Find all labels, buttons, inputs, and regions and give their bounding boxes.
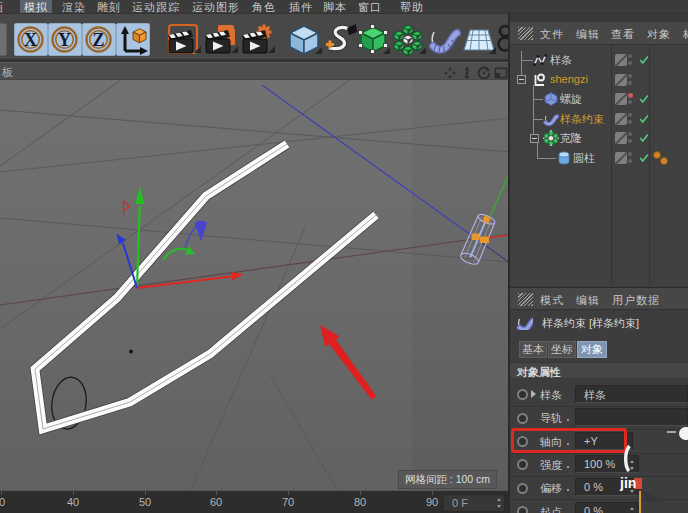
drag-handle-icon[interactable]	[518, 27, 533, 40]
editor-visibility-dot[interactable]	[628, 113, 632, 117]
keyframe-circle[interactable]	[517, 506, 528, 513]
render-picture-viewer-button[interactable]	[202, 23, 239, 56]
tab-coordinates[interactable]: 坐标	[548, 341, 576, 358]
collapse-box[interactable]	[517, 75, 526, 84]
om-menu-view[interactable]: 查看	[611, 27, 635, 42]
editor-visibility-dot[interactable]	[628, 152, 632, 156]
collapse-box[interactable]	[530, 134, 539, 143]
partial-left-button[interactable]	[0, 23, 7, 56]
start-spinner[interactable]	[629, 505, 636, 513]
cylinder-handle-2	[480, 237, 490, 244]
am-menu-userdata[interactable]: 用户数据	[612, 293, 660, 308]
param-label: 样条	[540, 388, 562, 403]
om-menu-file[interactable]: 文件	[540, 27, 564, 42]
menu-mograph[interactable]: 运动图形	[192, 0, 240, 14]
layer-toggle[interactable]	[615, 54, 627, 66]
menu-character[interactable]: 角色	[252, 0, 276, 14]
rope-object[interactable]	[35, 144, 376, 429]
enabled-check-icon[interactable]	[638, 132, 650, 144]
tab-basic[interactable]: 基本	[519, 341, 547, 358]
coordinate-system-button[interactable]	[116, 23, 150, 56]
clapperboard	[242, 30, 267, 53]
add-cube-button[interactable]	[287, 23, 322, 56]
editor-visibility-dot-red[interactable]	[628, 93, 634, 99]
viewport-menu-panel[interactable]: 板	[2, 65, 13, 80]
enabled-check-icon[interactable]	[638, 152, 650, 164]
am-menu-mode[interactable]: 模式	[540, 293, 564, 308]
floor-object-button[interactable]	[462, 23, 496, 56]
om-row-spline[interactable]: 样条	[510, 50, 688, 70]
keyframe-circle[interactable]	[517, 459, 528, 470]
toggle-view-icon[interactable]	[494, 66, 508, 80]
spline-icon	[532, 52, 548, 68]
om-row-cylinder[interactable]: 圆柱	[510, 148, 688, 168]
keyframe-circle[interactable]	[517, 483, 528, 494]
enabled-check-icon[interactable]	[638, 113, 650, 125]
viewport-3d[interactable]: 网格间距 : 100 cm	[0, 80, 510, 490]
zoom-icon[interactable]	[460, 66, 474, 80]
render-visibility-dot[interactable]	[628, 81, 632, 85]
om-menu-edit[interactable]: 编辑	[576, 27, 600, 42]
panel-top-strip	[510, 14, 688, 22]
menu-window[interactable]: 窗口	[358, 0, 382, 14]
render-visibility-dot[interactable]	[628, 61, 632, 65]
menu-sculpt[interactable]: 雕刻	[97, 0, 121, 14]
lock-x-axis-button[interactable]: X	[14, 23, 48, 56]
menu-motion-tracker[interactable]: 运动跟踪	[132, 0, 180, 14]
subdivision-surface-button[interactable]	[356, 23, 390, 56]
draw-spline-button[interactable]	[323, 23, 357, 56]
enabled-check-icon[interactable]	[638, 54, 650, 66]
frame-spinner[interactable]	[496, 496, 503, 510]
render-visibility-dot[interactable]	[628, 159, 632, 163]
render-settings-button[interactable]	[239, 23, 276, 56]
menu-simulate[interactable]: 模拟	[20, 0, 52, 14]
am-menu-edit[interactable]: 编辑	[576, 293, 600, 308]
render-visibility-dot[interactable]	[628, 100, 632, 104]
menu-plugins[interactable]: 插件	[289, 0, 313, 14]
om-row-cloner[interactable]: 克隆	[510, 128, 688, 148]
expand-arrow-icon[interactable]	[531, 390, 536, 398]
layer-toggle[interactable]	[615, 74, 627, 86]
rail-link-field[interactable]	[575, 408, 688, 426]
editor-visibility-dot[interactable]	[628, 132, 632, 136]
render-view-button[interactable]	[165, 23, 202, 56]
menu-help[interactable]: 帮助	[400, 0, 424, 14]
editor-visibility-dot[interactable]	[628, 54, 632, 58]
layer-toggle[interactable]	[615, 113, 627, 125]
layer-toggle[interactable]	[615, 93, 627, 105]
tick-70: 70	[273, 496, 303, 508]
cylinder-object[interactable]	[459, 172, 510, 267]
render-visibility-dot[interactable]	[628, 120, 632, 124]
tab-object[interactable]: 对象	[577, 341, 607, 358]
om-menu-tags[interactable]: 标签	[683, 27, 688, 42]
layer-toggle[interactable]	[615, 152, 627, 164]
ruler-tick	[73, 491, 74, 495]
timeline-ruler[interactable]: 30 40 50 60 70 80 90 0 F	[0, 490, 510, 513]
start-field[interactable]: 0 %	[575, 502, 639, 513]
spline-wrap-button[interactable]	[427, 23, 461, 56]
editor-visibility-dot[interactable]	[628, 74, 632, 78]
keyframe-circle[interactable]	[517, 389, 528, 400]
grid-spacing-label: 网格间距 : 100 cm	[398, 470, 497, 489]
pan-icon[interactable]	[443, 66, 457, 80]
array-cloner-button[interactable]	[391, 23, 426, 56]
layer-toggle[interactable]	[615, 132, 627, 144]
tag-icon-2[interactable]	[660, 157, 668, 165]
menu-script[interactable]: 脚本	[323, 0, 347, 14]
keyframe-circle[interactable]	[517, 413, 528, 424]
current-frame-field[interactable]: 0 F	[443, 494, 505, 512]
lock-z-axis-button[interactable]: Z	[82, 23, 116, 56]
om-row-spline-wrap[interactable]: 样条约束	[510, 109, 688, 129]
lock-y-axis-button[interactable]: Y	[48, 23, 82, 56]
enabled-check-icon[interactable]	[638, 93, 650, 105]
menu-animation[interactable]: 画	[0, 0, 4, 14]
drag-handle-icon[interactable]	[518, 293, 533, 306]
om-menu-object[interactable]: 对象	[647, 27, 671, 42]
spline-link-field[interactable]: 样条	[575, 385, 688, 403]
menu-render[interactable]: 渲染	[62, 0, 86, 14]
render-visibility-dot[interactable]	[628, 139, 632, 143]
om-row-helix[interactable]: 螺旋	[510, 89, 688, 109]
rotate-icon[interactable]	[477, 66, 491, 80]
ruler-tick	[1, 491, 2, 495]
om-row-shengzi[interactable]: shengzi	[510, 70, 688, 90]
